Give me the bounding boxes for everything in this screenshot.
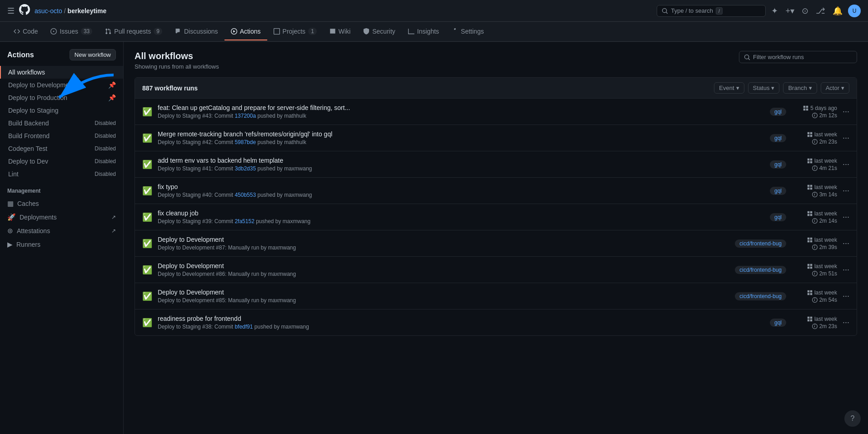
table-row[interactable]: ✅ Deploy to Development Deploy to Develo… (135, 230, 857, 257)
sidebar-item-deploy-to-development[interactable]: Deploy to Development 📌 (0, 79, 123, 91)
run-branch[interactable]: cicd/frontend-bug (735, 292, 786, 300)
run-time: last week (807, 289, 837, 296)
branch-filter-btn[interactable]: Branch ▾ (783, 82, 817, 94)
global-search[interactable]: Type / to search / (657, 5, 766, 17)
github-logo[interactable] (19, 4, 30, 18)
run-title: Merge remote-tracking branch 'refs/remot… (158, 130, 764, 138)
avatar[interactable]: U (848, 5, 861, 17)
tab-code[interactable]: Code (7, 23, 44, 40)
run-branch[interactable]: gql (770, 319, 786, 327)
org-link[interactable]: asuc-octo (35, 7, 62, 15)
sidebar-item-caches[interactable]: ▦ Caches (0, 197, 123, 210)
run-subtitle: Deploy to Development #86: Manually run … (158, 271, 729, 277)
sidebar-item-deployments[interactable]: 🚀 Deployments ↗ (0, 210, 123, 224)
run-more-btn[interactable]: ··· (843, 239, 849, 248)
path-separator: / (64, 7, 66, 15)
status-filter-btn[interactable]: Status ▾ (748, 82, 780, 94)
run-more-btn[interactable]: ··· (843, 160, 849, 169)
run-meta: last week 2m 23s (792, 131, 837, 145)
sidebar-item-deploy-to-dev[interactable]: Deploy to Dev Disabled (0, 155, 123, 168)
table-row[interactable]: ✅ fix typo Deploy to Staging #40: Commit… (135, 178, 857, 204)
filter-search[interactable]: Filter workflow runs (739, 51, 857, 63)
issues-btn[interactable]: ⊙ (800, 4, 810, 18)
run-title: Deploy to Development (158, 289, 729, 296)
sidebar-item-all-workflows[interactable]: All workflows (0, 66, 123, 79)
commit-link[interactable]: 5987bde (234, 139, 256, 145)
notif-btn[interactable]: 🔔 (831, 4, 844, 18)
tab-wiki[interactable]: Wiki (323, 23, 357, 40)
table-row[interactable]: ✅ fix cleanup job Deploy to Staging #39:… (135, 204, 857, 230)
help-icon[interactable]: ? (844, 410, 861, 427)
commit-link[interactable]: 450b553 (234, 192, 256, 198)
tab-settings[interactable]: Settings (445, 23, 490, 40)
commit-link[interactable]: 2fa5152 (234, 218, 254, 224)
run-more-btn[interactable]: ··· (843, 186, 849, 195)
actor-chevron-icon: ▾ (841, 85, 844, 91)
tab-actions[interactable]: Actions (224, 23, 267, 40)
tab-security[interactable]: Security (357, 23, 402, 40)
sidebar-item-attestations[interactable]: ⊛ Attestations ↗ (0, 224, 123, 238)
run-meta: last week 2m 54s (792, 289, 837, 303)
sidebar-item-deploy-to-staging[interactable]: Deploy to Staging (0, 104, 123, 117)
copilot-btn[interactable]: ✦ (769, 4, 780, 18)
tab-issues[interactable]: Issues 33 (44, 23, 99, 40)
run-count: 887 workflow runs (142, 85, 198, 92)
run-branch[interactable]: gql (770, 160, 786, 169)
run-branch[interactable]: gql (770, 108, 786, 116)
plus-btn[interactable]: +▾ (783, 4, 796, 18)
run-more-btn[interactable]: ··· (843, 212, 849, 222)
run-more-btn[interactable]: ··· (843, 291, 849, 301)
run-subtitle: Deploy to Staging #42: Commit 5987bde pu… (158, 139, 764, 145)
run-more-btn[interactable]: ··· (843, 265, 849, 274)
sidebar-item-build-backend[interactable]: Build Backend Disabled (0, 117, 123, 130)
commit-link[interactable]: 137200a (234, 113, 256, 119)
filter-buttons: Event ▾ Status ▾ Branch ▾ Actor ▾ (714, 82, 849, 94)
run-more-btn[interactable]: ··· (843, 107, 849, 116)
external-link-icon: ↗ (111, 214, 116, 220)
tab-projects[interactable]: Projects 1 (267, 23, 323, 40)
run-more-btn[interactable]: ··· (843, 318, 849, 327)
actor-filter-btn[interactable]: Actor ▾ (821, 82, 849, 94)
run-info: fix cleanup job Deploy to Staging #39: C… (158, 210, 764, 224)
run-status-icon: ✅ (142, 107, 152, 117)
pr-btn[interactable]: ⎇ (814, 4, 827, 18)
new-workflow-button[interactable]: New workflow (70, 49, 116, 60)
workflow-table-header: 887 workflow runs Event ▾ Status ▾ Branc… (135, 78, 857, 99)
run-branch[interactable]: gql (770, 134, 786, 142)
sidebar-item-lint[interactable]: Lint Disabled (0, 168, 123, 180)
tab-pr[interactable]: Pull requests 9 (99, 23, 169, 40)
run-status-icon: ✅ (142, 239, 152, 249)
run-more-btn[interactable]: ··· (843, 133, 849, 143)
table-row[interactable]: ✅ feat: Clean up getCatalog and prepare … (135, 99, 857, 125)
run-branch[interactable]: gql (770, 187, 786, 195)
sidebar-item-deploy-to-production[interactable]: Deploy to Production 📌 (0, 91, 123, 104)
commit-link[interactable]: 3db2d35 (234, 165, 256, 172)
tab-insights[interactable]: Insights (402, 23, 445, 40)
table-row[interactable]: ✅ Merge remote-tracking branch 'refs/rem… (135, 125, 857, 151)
branch-chevron-icon: ▾ (809, 85, 812, 91)
table-row[interactable]: ✅ readiness probe for frontendd Deploy t… (135, 309, 857, 335)
server-icon: ▦ (7, 200, 14, 208)
tab-discussions[interactable]: Discussions (169, 23, 224, 40)
table-row[interactable]: ✅ add term env vars to backend helm temp… (135, 151, 857, 178)
sidebar-item-build-frontend[interactable]: Build Frontend Disabled (0, 130, 123, 142)
filter-search-icon (744, 54, 750, 60)
sidebar-item-runners[interactable]: ▶ Runners (0, 238, 123, 251)
commit-link[interactable]: bfedf91 (234, 324, 253, 330)
sidebar-header: Actions New workflow (0, 49, 123, 66)
event-filter-btn[interactable]: Event ▾ (714, 82, 744, 94)
issues-count: 33 (81, 28, 92, 35)
run-branch[interactable]: cicd/frontend-bug (735, 266, 786, 274)
deploy-dev-label: Deploy to Development (8, 81, 108, 89)
table-row[interactable]: ✅ Deploy to Development Deploy to Develo… (135, 283, 857, 309)
run-branch[interactable]: gql (770, 213, 786, 221)
sidebar-item-codegen-test[interactable]: Codegen Test Disabled (0, 142, 123, 155)
run-status-icon: ✅ (142, 186, 152, 196)
top-nav-left: ☰ asuc-octo / berkeleytime (7, 4, 651, 18)
table-row[interactable]: ✅ Deploy to Development Deploy to Develo… (135, 257, 857, 283)
search-text: Type / to search (671, 7, 713, 14)
repo-name[interactable]: berkeleytime (68, 7, 107, 15)
run-title: readiness probe for frontendd (158, 315, 764, 322)
run-branch[interactable]: cicd/frontend-bug (735, 239, 786, 248)
hamburger-icon[interactable]: ☰ (7, 6, 15, 16)
